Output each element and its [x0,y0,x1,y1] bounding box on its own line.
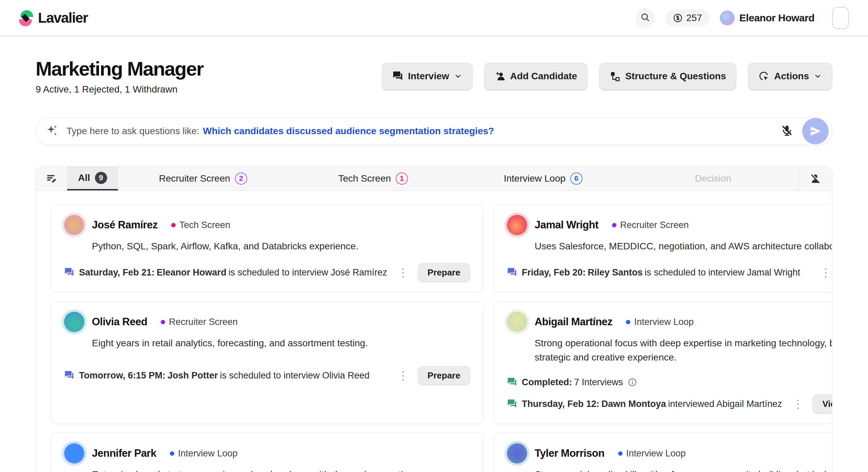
stage-badge: Tech Screen [171,220,230,230]
logo-text: Lavalier [38,10,88,26]
schedule-row: Friday, Feb 20:Riley Santosis scheduled … [507,263,832,282]
schedule-text: is scheduled to interview José Ramírez [229,267,387,278]
tab-interview-loop[interactable]: Interview Loop 6 [458,166,628,190]
logo[interactable]: Lavalier [19,10,88,26]
edit-list-icon[interactable] [36,166,67,190]
user-name: Eleanor Howard [739,12,814,24]
chat-bubbles-icon [507,399,517,409]
stage-badge: Interview Loop [618,448,686,459]
candidate-name: Abigail Martínez [535,316,613,328]
tab-all-label: All [78,172,90,183]
candidate-summary: Python, SQL, Spark, Airflow, Kafka, and … [92,239,431,253]
candidate-summary: Extensive brand strategy experience, les… [92,468,431,472]
add-candidate-button[interactable]: Add Candidate [484,63,588,90]
info-icon[interactable] [628,377,637,387]
credits-badge[interactable]: 257 [665,9,710,26]
search-button[interactable] [635,8,655,28]
ask-input[interactable]: Type here to ask questions like:Which ca… [36,117,832,145]
person-plus-icon [495,71,506,82]
avatar [507,215,527,235]
schedule-date: Tomorrow, 6:15 PM: [79,370,165,381]
tab-tech-screen[interactable]: Tech Screen 1 [288,166,458,190]
search-icon [640,12,650,24]
structure-questions-button[interactable]: Structure & Questions [599,63,736,90]
schedule-text: is scheduled to interview Olivia Reed [220,370,370,381]
kebab-menu[interactable]: ⋮ [394,370,412,381]
candidate-summary: Strong operational focus with deep exper… [535,336,832,365]
stage-dot [612,223,616,227]
avatar [507,312,527,332]
kebab-menu[interactable]: ⋮ [816,267,832,278]
tab-interview-loop-count: 6 [570,172,583,185]
cursor-click-icon [758,71,769,82]
schedule-row: Saturday, Feb 21:Eleanor Howardis schedu… [64,263,470,282]
tab-recruiter-screen-label: Recruiter Screen [159,173,230,184]
hide-candidates-toggle[interactable] [798,166,832,190]
dollar-coin-icon [673,13,683,23]
schedule-date: Friday, Feb 20: [522,267,586,278]
candidate-name: Olivia Reed [92,316,147,328]
structure-questions-button-label: Structure & Questions [625,71,726,82]
prepare-button[interactable]: Prepare [418,263,470,282]
stage-dot [161,320,165,324]
tab-tech-screen-label: Tech Screen [338,173,391,184]
schedule-date: Saturday, Feb 21: [79,267,155,278]
past-interview-date: Thursday, Feb 12: [522,399,599,409]
interviewer-name: Riley Santos [588,267,643,278]
stage-label: Interview Loop [634,317,694,327]
view-interview-button[interactable]: View Interview [812,394,832,413]
candidate-name: Jennifer Park [92,447,156,459]
interview-button[interactable]: Interview [382,63,472,90]
stage-label: Interview Loop [626,448,686,459]
interview-button-label: Interview [408,71,449,82]
tab-all[interactable]: All 9 [67,166,118,190]
tab-decision[interactable]: Decision [628,166,798,190]
candidate-card: Jamal Wright Recruiter Screen Uses Sales… [494,204,832,292]
top-nav: Lavalier 257 Eleanor Howard [0,0,868,36]
page-subtitle: 9 Active, 1 Rejected, 1 Withdrawn [36,84,203,95]
candidate-card: Olivia Reed Recruiter Screen Eight years… [51,301,484,424]
user-menu[interactable]: Eleanor Howard [720,11,814,25]
actions-button[interactable]: Actions [748,63,832,90]
send-button[interactable] [802,118,829,144]
chat-bubbles-icon [507,377,517,387]
logo-icon [19,10,33,26]
completed-label: Completed: [522,377,572,387]
structure-icon [610,71,620,82]
stage-label: Tech Screen [179,220,230,230]
stage-badge: Interview Loop [170,448,238,459]
avatar [64,443,84,464]
mic-off-icon[interactable] [781,124,793,138]
schedule-row: Tomorrow, 6:15 PM:Josh Potteris schedule… [64,366,470,385]
avatar [64,215,84,235]
page-title: Marketing Manager [36,57,203,80]
candidate-card: José Ramírez Tech Screen Python, SQL, Sp… [51,204,484,292]
stage-dot [171,223,176,227]
tab-tech-screen-count: 1 [396,172,408,185]
tab-interview-loop-label: Interview Loop [504,173,566,184]
send-plane-icon [809,125,822,138]
ask-placeholder: Type here to ask questions like:Which ca… [66,126,781,137]
stage-label: Recruiter Screen [169,317,238,327]
tab-decision-label: Decision [695,173,731,184]
candidate-cards-grid: José Ramírez Tech Screen Python, SQL, Sp… [36,191,832,472]
past-interview-text: interviewed Abigail Martínez [668,399,782,409]
candidate-name: Jamal Wright [535,219,598,231]
stage-label: Recruiter Screen [620,220,689,230]
candidate-name: José Ramírez [92,219,158,231]
sparkle-icon [45,124,59,139]
suggestion-link[interactable]: Which candidates discussed audience segm… [203,126,494,136]
kebab-menu[interactable]: ⋮ [394,267,412,278]
prepare-button[interactable]: Prepare [418,366,470,385]
candidate-summary: Strong social media skills with a focus … [535,468,832,472]
stage-label: Interview Loop [178,448,238,459]
stage-badge: Recruiter Screen [161,317,238,327]
kebab-menu[interactable]: ⋮ [789,398,807,410]
candidate-summary: Uses Salesforce, MEDDICC, negotiation, a… [535,239,832,253]
stage-dot [618,451,623,456]
person-slash-icon [810,173,821,184]
tab-recruiter-screen[interactable]: Recruiter Screen 2 [118,166,288,190]
completed-row: Completed:7 Interviews See All [507,373,832,392]
chat-bubbles-icon [64,267,74,278]
stage-dot [170,451,174,456]
